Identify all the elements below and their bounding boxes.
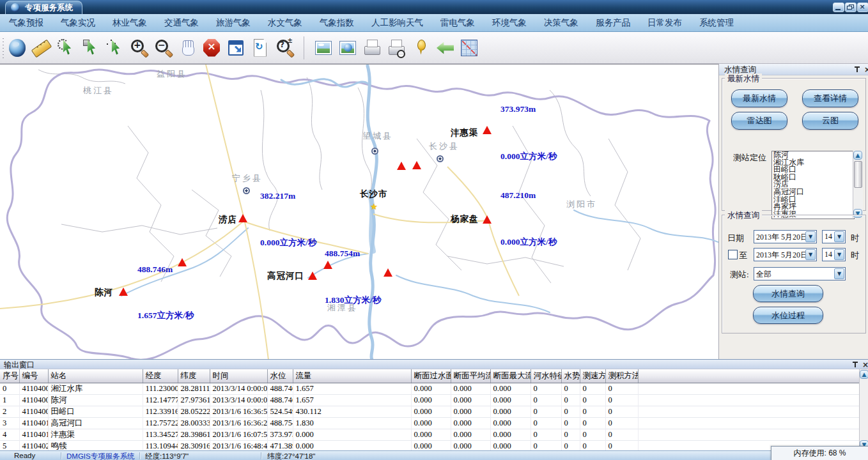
cloud-chart-button[interactable]: 云图 — [802, 112, 858, 130]
menu-item-日常发布[interactable]: 日常发布 — [647, 17, 682, 29]
date-combo-end[interactable]: 2013年 5月20日 ▼ — [754, 248, 817, 261]
globe-image-icon[interactable] — [338, 38, 357, 58]
stop-icon[interactable]: × — [202, 38, 221, 58]
menu-item-交通气象[interactable]: 交通气象 — [164, 17, 199, 29]
column-header-经度[interactable]: 经度 — [143, 369, 178, 383]
date-range-checkbox[interactable] — [728, 250, 738, 259]
station-marker-triangle-icon[interactable] — [412, 161, 421, 169]
panel-close-icon[interactable]: × — [864, 66, 868, 73]
menu-item-环境气象[interactable]: 环境气象 — [492, 17, 527, 29]
select-polygon-icon[interactable] — [105, 38, 124, 58]
menu-item-系统管理[interactable]: 系统管理 — [699, 17, 734, 29]
column-header-水势[interactable]: 水势 — [561, 369, 580, 383]
menu-item-气象实况[interactable]: 气象实况 — [61, 17, 95, 29]
menu-item-水文气象[interactable]: 水文气象 — [268, 17, 302, 29]
full-extent-icon[interactable] — [226, 38, 245, 58]
zoom-out-icon[interactable]: − — [153, 38, 173, 58]
minimize-button[interactable] — [833, 3, 844, 12]
column-header-断面最大流[interactable]: 断面最大流 — [490, 369, 531, 383]
chevron-down-icon[interactable]: ▼ — [834, 249, 844, 260]
table-row[interactable]: 341104010高冠河口112.75722228.0033332013/1/6… — [0, 418, 859, 429]
table-row[interactable]: 141104002陈河112.14777827.9736112013/3/14 … — [0, 395, 859, 406]
water-query-button[interactable]: 水情查询 — [753, 285, 823, 302]
scroll-up-icon[interactable]: ▲ — [853, 151, 862, 160]
station-marker-triangle-icon[interactable] — [483, 215, 492, 224]
scroll-up-icon[interactable]: ▲ — [860, 370, 868, 379]
table-row[interactable]: 541104022鸣犊113.10944428.3091672013/1/6 1… — [0, 441, 859, 451]
close-button[interactable] — [857, 3, 868, 12]
chevron-down-icon[interactable]: ▼ — [805, 249, 816, 260]
view-details-button[interactable]: 查看详情 — [802, 89, 858, 107]
column-header-测积方法[interactable]: 测积方法 — [605, 369, 638, 383]
pan-icon[interactable] — [178, 38, 197, 58]
radar-chart-button[interactable]: 雷达图 — [731, 112, 787, 130]
station-listbox[interactable]: 陈河湘江水库田峪口耿峪口涝店高冠河口沣峪口冉家坪沣惠渠 — [771, 151, 855, 219]
station-marker-triangle-icon[interactable] — [323, 261, 332, 269]
station-marker-triangle-icon[interactable] — [178, 258, 187, 266]
column-header-测速方法[interactable]: 测速方法 — [580, 369, 605, 383]
chevron-down-icon[interactable]: ▼ — [805, 231, 816, 242]
column-header-断面过水面[interactable]: 断面过水面 — [411, 369, 451, 383]
table-cell: 112.147778 — [143, 395, 178, 406]
globe-icon[interactable] — [8, 38, 27, 58]
scrollbar-thumb[interactable] — [854, 161, 862, 188]
print-preview-icon[interactable] — [387, 38, 406, 58]
maximize-button[interactable] — [845, 3, 856, 12]
zoom-in-icon[interactable]: + — [129, 38, 148, 58]
menu-item-林业气象[interactable]: 林业气象 — [112, 17, 147, 29]
table-scrollbar[interactable]: ▲ ▼ — [859, 369, 868, 450]
output-close-icon[interactable]: × — [862, 361, 868, 369]
column-header-站名[interactable]: 站名 — [48, 369, 143, 383]
column-header-河水特征码[interactable]: 河水特征码 — [531, 369, 561, 383]
menu-item-服务产品[interactable]: 服务产品 — [596, 17, 630, 29]
identify-icon[interactable]: ?± — [275, 38, 294, 58]
station-marker-triangle-icon[interactable] — [384, 268, 392, 277]
print-icon[interactable] — [362, 38, 382, 58]
latest-water-button[interactable]: 最新水情 — [731, 89, 787, 107]
menu-item-人工影响天气[interactable]: 人工影响天气 — [371, 17, 423, 29]
table-row[interactable]: 241104004田峪口112.33916728.0522222013/1/6 … — [0, 406, 859, 418]
back-arrow-icon[interactable] — [435, 38, 454, 58]
menu-item-气象预报[interactable]: 气象预报 — [9, 17, 43, 29]
column-header-流量[interactable]: 流量 — [293, 369, 411, 383]
select-arrow-icon[interactable] — [81, 38, 100, 58]
pin-icon[interactable] — [851, 361, 859, 369]
measure-icon[interactable] — [32, 38, 51, 58]
column-header-断面平均流[interactable]: 断面平均流 — [451, 369, 490, 383]
tile-map-icon[interactable] — [460, 38, 479, 58]
station-combo[interactable]: 全部 ▼ — [754, 267, 846, 280]
city-marker-icon — [371, 148, 378, 155]
column-header-序号[interactable]: 序号 — [0, 369, 19, 383]
table-row[interactable]: 041104002湘江水库111.23000028.2811112013/3/1… — [0, 383, 859, 395]
image-export-icon[interactable] — [314, 38, 333, 58]
menu-item-决策气象[interactable]: 决策气象 — [544, 17, 578, 29]
hour-combo-end[interactable]: 14 ▼ — [822, 248, 846, 261]
menu-item-旅游气象[interactable]: 旅游气象 — [216, 17, 251, 29]
chevron-down-icon[interactable]: ▼ — [834, 268, 844, 279]
station-marker-triangle-icon[interactable] — [308, 272, 317, 280]
table-cell: 41104002 — [19, 395, 48, 406]
table-row[interactable]: 441104017沣惠渠113.34527828.3986112013/1/6 … — [0, 429, 859, 441]
pin-icon[interactable] — [853, 66, 861, 73]
water-level-process-button[interactable]: 水位过程 — [753, 307, 823, 324]
table-cell: 0 — [561, 429, 580, 441]
station-marker-triangle-icon[interactable] — [238, 214, 247, 222]
menu-item-气象指数[interactable]: 气象指数 — [320, 17, 354, 29]
column-header-水位[interactable]: 水位 — [267, 369, 293, 383]
column-header-编号[interactable]: 编号 — [19, 369, 48, 383]
column-header-时间[interactable]: 时间 — [210, 369, 267, 383]
station-marker-triangle-icon[interactable] — [483, 126, 492, 134]
refresh-page-icon[interactable] — [251, 38, 270, 58]
menu-item-雷电气象[interactable]: 雷电气象 — [440, 17, 475, 29]
chevron-down-icon[interactable]: ▼ — [834, 231, 844, 242]
select-circle-icon[interactable] — [56, 38, 75, 58]
station-marker-triangle-icon[interactable] — [397, 162, 406, 170]
map-canvas[interactable]: 益阳县桃江县望城县长沙县宁乡县浏阳市湘潭县沣惠渠长沙市杨家盘涝店高冠河口陈河37… — [0, 64, 718, 359]
station-marker-triangle-icon[interactable] — [119, 288, 128, 296]
listbox-scrollbar[interactable]: ▲ ▼ — [853, 151, 863, 218]
date-combo[interactable]: 2013年 5月20日 ▼ — [754, 230, 817, 243]
column-header-纬度[interactable]: 纬度 — [178, 369, 210, 383]
column-header-filler[interactable] — [638, 369, 859, 383]
hour-combo[interactable]: 14 ▼ — [822, 230, 846, 243]
map-pin-icon[interactable] — [411, 38, 430, 58]
